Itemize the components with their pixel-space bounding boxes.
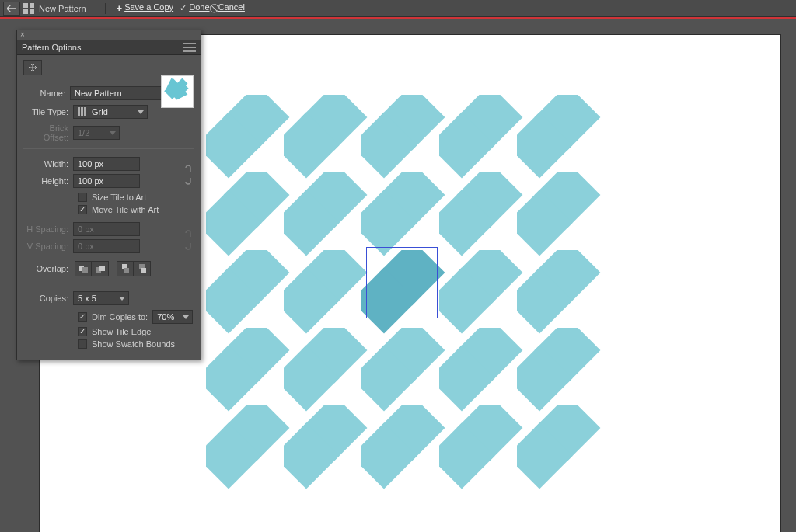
dim-copies-label: Dim Copies to:: [92, 312, 148, 322]
pattern-tile: [527, 260, 605, 338]
pattern-tile: [449, 105, 527, 183]
pattern-tile: [216, 105, 294, 183]
overlap-label: Overlap:: [23, 264, 73, 273]
move-tile-checkbox-row[interactable]: ✓ Move Tile with Art: [78, 205, 194, 214]
tiletype-value: Grid: [92, 107, 108, 116]
chevron-down-icon: [119, 297, 125, 301]
overlap-buttons-v: [117, 261, 151, 276]
brickoffset-value: 1/2: [78, 128, 89, 137]
topbar-title: New Pattern: [39, 4, 86, 13]
checkbox-icon: [78, 193, 87, 202]
brickoffset-select: 1/2: [73, 126, 120, 140]
pattern-tile: [527, 183, 605, 260]
tile-pivot-button[interactable]: [23, 60, 42, 75]
dim-copies-value: 70%: [157, 312, 174, 322]
divider: [23, 283, 194, 283]
brickoffset-label: Brick Offset:: [23, 123, 73, 142]
show-tile-edge-label: Show Tile Edge: [92, 327, 151, 336]
pattern-tile: [294, 260, 372, 338]
show-swatch-bounds-label: Show Swatch Bounds: [92, 339, 175, 349]
cancel-link[interactable]: Cancel: [218, 2, 245, 12]
overlap-right-front-button[interactable]: [92, 261, 109, 276]
size-tile-label: Size Tile to Art: [92, 193, 146, 202]
divider: [23, 148, 194, 149]
overlap-bottom-front-button[interactable]: [134, 261, 151, 276]
overlap-buttons-h: [75, 261, 109, 276]
pattern-tile: [372, 338, 449, 416]
pattern-tile: [294, 183, 372, 260]
tiletype-select[interactable]: Grid: [73, 105, 148, 119]
overlap-left-front-button[interactable]: [75, 261, 92, 276]
plus-icon: +: [117, 2, 123, 14]
tile-preview-thumb: [161, 75, 194, 108]
width-input[interactable]: 100 px: [73, 157, 140, 171]
svg-rect-1: [30, 3, 34, 8]
show-swatch-bounds-checkbox-row[interactable]: Show Swatch Bounds: [78, 339, 194, 349]
pattern-tile: [216, 338, 294, 416]
pattern-tile: [372, 416, 449, 493]
back-button[interactable]: [3, 2, 20, 16]
pattern-tile: [294, 338, 372, 416]
svg-rect-55: [82, 267, 88, 273]
checkbox-checked-icon: ✓: [78, 327, 87, 336]
panel-header: Pattern Options: [17, 40, 201, 55]
done-link[interactable]: Done: [189, 2, 209, 12]
vspacing-input: 0 px: [73, 239, 140, 253]
chevron-down-icon: [138, 110, 144, 114]
link-spacing-icon: [180, 228, 194, 252]
panel-close-button[interactable]: ×: [17, 30, 201, 40]
name-label: Name:: [23, 89, 70, 98]
pattern-tile: [372, 105, 449, 183]
svg-rect-0: [23, 3, 28, 8]
pattern-tile: [527, 105, 605, 183]
svg-rect-2: [23, 9, 28, 14]
pattern-tile: [449, 338, 527, 416]
pattern-tile: [527, 416, 605, 493]
overlap-top-front-button[interactable]: [117, 261, 134, 276]
checkbox-checked-icon: ✓: [78, 205, 87, 214]
hspacing-label: H Spacing:: [23, 224, 73, 234]
pattern-tile: [449, 183, 527, 260]
hspacing-input: 0 px: [73, 222, 140, 236]
pattern-preview-grid: [216, 105, 605, 493]
copies-label: Copies:: [23, 294, 73, 303]
pattern-tile: [372, 183, 449, 260]
svg-rect-57: [100, 266, 105, 271]
show-tile-edge-checkbox-row[interactable]: ✓ Show Tile Edge: [78, 327, 194, 336]
tiletype-label: Tile Type:: [23, 107, 73, 116]
vspacing-label: V Spacing:: [23, 242, 73, 251]
pattern-tile: [216, 416, 294, 493]
checkbox-checked-icon: ✓: [78, 312, 87, 322]
checkbox-icon: [78, 339, 87, 349]
pattern-tile: [449, 416, 527, 493]
pattern-tile: [294, 416, 372, 493]
link-dimensions-icon[interactable]: [180, 162, 194, 187]
dim-copies-select[interactable]: 70%: [152, 310, 193, 324]
svg-rect-61: [141, 268, 146, 273]
pattern-tile: [216, 183, 294, 260]
pattern-options-panel: × Pattern Options Name: New Pattern Tile…: [16, 30, 201, 360]
pattern-icon: [22, 2, 36, 15]
height-label: Height:: [23, 176, 73, 186]
dim-copies-checkbox-row[interactable]: ✓ Dim Copies to: 70%: [78, 310, 194, 324]
move-tile-label: Move Tile with Art: [92, 205, 159, 214]
svg-rect-59: [124, 268, 129, 273]
copies-value: 5 x 5: [78, 294, 96, 303]
app-topbar: New Pattern +Save a Copy ✓Done ⃠Cancel: [0, 0, 796, 17]
pattern-tile: [216, 260, 294, 338]
pattern-tile: [527, 338, 605, 416]
copies-select[interactable]: 5 x 5: [73, 291, 129, 305]
separator: [105, 3, 106, 14]
size-tile-checkbox-row[interactable]: Size Tile to Art: [78, 193, 194, 202]
width-label: Width:: [23, 159, 73, 169]
chevron-down-icon: [110, 131, 116, 135]
svg-rect-3: [30, 9, 34, 14]
topbar-actions: +Save a Copy ✓Done ⃠Cancel: [117, 2, 246, 14]
panel-menu-button[interactable]: [183, 43, 196, 52]
pattern-tile: [449, 260, 527, 338]
height-input[interactable]: 100 px: [73, 174, 140, 188]
check-icon: ✓: [180, 3, 187, 13]
save-copy-link[interactable]: Save a Copy: [124, 2, 173, 12]
grid-icon: [78, 107, 89, 116]
mode-indicator-bar: [0, 17, 796, 19]
